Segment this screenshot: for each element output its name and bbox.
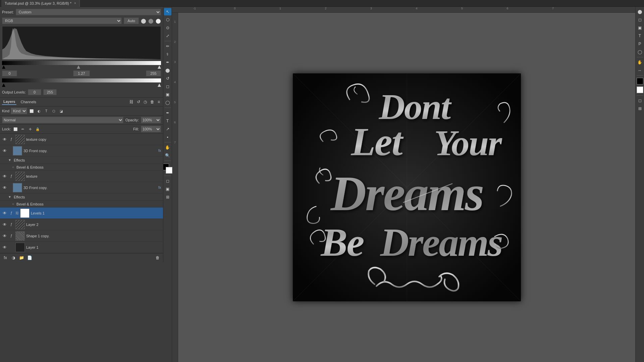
- tool-zoom[interactable]: 🔍: [164, 152, 171, 159]
- tab-layers[interactable]: Layers: [2, 99, 16, 105]
- black-eyedropper-icon[interactable]: ⬤: [141, 18, 146, 23]
- layer-list[interactable]: 👁 ƒ texture copy 👁 3D Front copy. fx: [0, 134, 163, 253]
- shape-filter-icon[interactable]: ⬡: [51, 108, 57, 114]
- right-panel-btn-4[interactable]: T: [636, 32, 644, 40]
- tool-stamp[interactable]: ⬤: [164, 67, 171, 74]
- tool-path-select[interactable]: ↗: [164, 125, 171, 133]
- tool-eyedropper[interactable]: ✏: [164, 43, 171, 50]
- layer-item-layer-1[interactable]: 👁 Layer 1: [0, 242, 163, 253]
- layer-item-bevel-1[interactable]: ○ Bevel & Emboss: [0, 164, 163, 171]
- delete-layer-button[interactable]: 🗑: [154, 254, 161, 261]
- right-bg-color[interactable]: [637, 86, 643, 93]
- opacity-select[interactable]: 100%: [141, 117, 161, 123]
- tool-eraser[interactable]: ◻: [164, 83, 171, 90]
- background-color-box[interactable]: [166, 167, 172, 174]
- lock-pixels-icon[interactable]: ⬜: [13, 126, 18, 132]
- tool-text[interactable]: T: [164, 117, 171, 125]
- layer-item-bevel-2[interactable]: ○ Bevel & Emboss: [0, 201, 163, 207]
- tool-dodge[interactable]: ◯: [164, 99, 171, 106]
- tool-frame[interactable]: ⊞: [164, 193, 171, 201]
- blend-mode-select[interactable]: Normal: [2, 117, 123, 123]
- tool-shape[interactable]: ▪: [164, 133, 171, 141]
- tool-history[interactable]: ↺: [164, 75, 171, 82]
- visibility-eye-layer-2[interactable]: 👁: [2, 222, 7, 227]
- auto-button[interactable]: Auto: [124, 17, 139, 24]
- black-input-handle[interactable]: [2, 65, 5, 69]
- right-panel-btn-7[interactable]: ✋: [636, 59, 644, 66]
- output-black-handle[interactable]: [2, 83, 5, 87]
- canvas-viewport[interactable]: Dont Let Your: [178, 13, 635, 362]
- tool-brush[interactable]: ✒: [164, 59, 171, 66]
- layer-item-levels-1[interactable]: 👁 ƒ ⛓ Levels 1: [0, 207, 163, 219]
- input-mid-field[interactable]: 1.27: [73, 70, 90, 76]
- layer-item-effects-2[interactable]: ▼ Effects: [0, 193, 163, 201]
- layer-item-shape-1-copy[interactable]: 👁 ƒ Shape 1 copy.: [0, 230, 163, 242]
- channel-select[interactable]: RGB: [2, 17, 122, 24]
- kind-select[interactable]: Kind: [11, 108, 27, 114]
- color-boxes[interactable]: [163, 164, 173, 174]
- right-panel-btn-9[interactable]: ◻: [636, 97, 644, 104]
- layers-refresh-icon[interactable]: ↺: [136, 99, 141, 105]
- layers-delete-icon[interactable]: 🗑: [149, 99, 155, 105]
- create-layer-button[interactable]: 📄: [26, 254, 33, 261]
- visibility-eye-levels-1[interactable]: 👁: [2, 211, 7, 216]
- white-eyedropper-icon[interactable]: ⬤: [156, 18, 161, 23]
- right-panel-btn-5[interactable]: P: [636, 40, 644, 48]
- smart-filter-icon[interactable]: ◪: [58, 108, 64, 114]
- mid-input-handle[interactable]: [77, 65, 80, 69]
- add-mask-button[interactable]: ◑: [10, 254, 17, 261]
- right-panel-btn-2[interactable]: ◻: [636, 16, 644, 23]
- output-white-field[interactable]: 255: [43, 89, 57, 95]
- visibility-eye-3d-front-copy-2[interactable]: 👁: [2, 185, 7, 190]
- tool-gradient[interactable]: ▣: [164, 91, 171, 98]
- white-input-handle[interactable]: [158, 65, 161, 69]
- layers-link-icon[interactable]: ⛓: [128, 99, 135, 105]
- visibility-eye-layer-1[interactable]: 👁: [2, 245, 7, 250]
- gray-eyedropper-icon[interactable]: ⬤: [148, 18, 154, 23]
- tool-pen[interactable]: ✒: [164, 109, 171, 117]
- tool-screen-mode[interactable]: ▣: [164, 185, 171, 193]
- right-panel-btn-3[interactable]: ▣: [636, 24, 644, 32]
- tool-marquee[interactable]: ⊙: [164, 24, 171, 32]
- lock-paint-icon[interactable]: ✏: [20, 126, 25, 132]
- layer-item-texture-copy[interactable]: 👁 ƒ texture copy: [0, 134, 163, 145]
- pixel-filter-icon[interactable]: ⬜: [29, 108, 35, 114]
- output-white-handle[interactable]: [158, 83, 161, 87]
- document-tab[interactable]: Tutorial.psd @ 33.3% (Layer 3, RGB/8) * …: [1, 0, 80, 7]
- layers-mask-icon[interactable]: ◷: [143, 99, 148, 105]
- right-fg-color[interactable]: [637, 78, 643, 84]
- output-black-field[interactable]: 0: [28, 89, 41, 95]
- visibility-eye-texture-copy[interactable]: 👁: [2, 137, 7, 142]
- tool-hand[interactable]: ✋: [164, 144, 171, 151]
- visibility-eye-shape-1-copy[interactable]: 👁: [2, 234, 7, 238]
- layer-item-effects-1[interactable]: ▼ Effects: [0, 157, 163, 164]
- layer-item-3d-front-copy-2[interactable]: 👁 3D Front copy. fx: [0, 182, 163, 193]
- tool-lasso[interactable]: ⬡: [164, 16, 171, 23]
- add-fx-button[interactable]: fx: [2, 254, 9, 261]
- visibility-eye-texture[interactable]: 👁: [2, 174, 7, 179]
- layer-item-layer-2[interactable]: 👁 ƒ Layer 2: [0, 219, 163, 230]
- layer-item-texture[interactable]: 👁 ƒ texture: [0, 171, 163, 182]
- tool-heal[interactable]: ⚕: [164, 51, 171, 58]
- input-white-field[interactable]: 255: [146, 70, 161, 76]
- input-black-field[interactable]: 0: [2, 70, 17, 76]
- right-panel-btn-1[interactable]: ⬤: [636, 8, 644, 15]
- tab-channels[interactable]: Channels: [19, 99, 37, 105]
- fill-select[interactable]: 100%: [141, 126, 161, 132]
- right-panel-btn-6[interactable]: ◯: [636, 48, 644, 56]
- lock-all-icon[interactable]: 🔒: [35, 126, 40, 132]
- adjustment-filter-icon[interactable]: ◐: [36, 108, 42, 114]
- right-panel-btn-10[interactable]: ⊞: [636, 105, 644, 112]
- close-tab-button[interactable]: ×: [74, 1, 76, 5]
- tool-select[interactable]: ↖: [164, 8, 171, 15]
- output-slider-track[interactable]: [2, 83, 161, 88]
- visibility-eye-3d-front-copy-1[interactable]: 👁: [2, 148, 7, 153]
- type-filter-icon[interactable]: T: [43, 108, 49, 114]
- create-group-button[interactable]: 📁: [18, 254, 25, 261]
- input-slider-track[interactable]: [2, 65, 161, 70]
- preset-select[interactable]: Custom: [16, 9, 161, 15]
- layers-menu-icon[interactable]: ≡: [157, 99, 161, 105]
- tool-quick-mask[interactable]: ◻: [164, 177, 171, 185]
- right-panel-btn-8[interactable]: ↔: [636, 67, 644, 74]
- tool-crop[interactable]: ⤢: [164, 32, 171, 40]
